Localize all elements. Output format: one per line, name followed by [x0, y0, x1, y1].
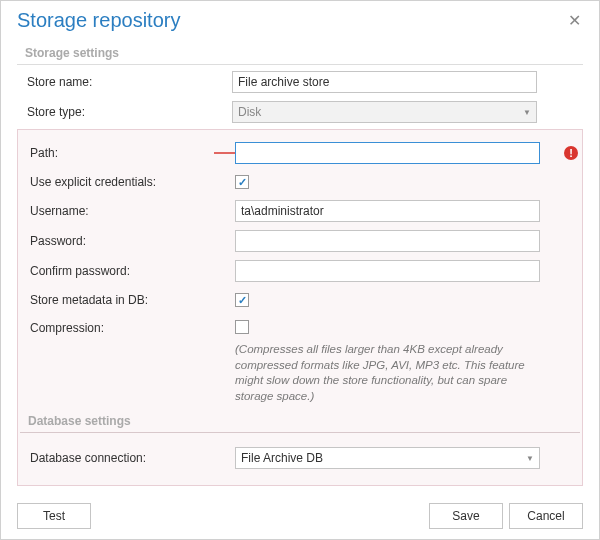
label-store-type: Store type:	[27, 105, 232, 119]
error-icon: !	[564, 146, 578, 160]
database-connection-select[interactable]: File Archive DB ▼	[235, 447, 540, 469]
dialog-title: Storage repository	[17, 9, 180, 32]
store-name-input[interactable]	[232, 71, 537, 93]
use-explicit-credentials-checkbox[interactable]	[235, 175, 249, 189]
label-store-name: Store name:	[27, 75, 232, 89]
row-database-connection: Database connection: File Archive DB ▼	[20, 443, 580, 473]
store-type-value: Disk	[238, 105, 261, 119]
label-use-explicit-credentials: Use explicit credentials:	[30, 175, 235, 189]
row-confirm-password: Confirm password:	[20, 256, 580, 286]
chevron-down-icon: ▼	[526, 454, 534, 463]
title-bar: Storage repository ✕	[1, 1, 599, 36]
row-store-metadata: Store metadata in DB:	[20, 286, 580, 314]
section-database-settings: Database settings	[20, 408, 580, 433]
dialog-content: Storage settings Store name: Store type:…	[1, 36, 599, 486]
path-input[interactable]	[235, 142, 540, 164]
password-input[interactable]	[235, 230, 540, 252]
row-path: Path: !	[20, 138, 580, 168]
label-username: Username:	[30, 204, 235, 218]
row-store-type: Store type: Disk ▼	[17, 97, 583, 127]
label-compression: Compression:	[30, 321, 235, 335]
confirm-password-input[interactable]	[235, 260, 540, 282]
save-button[interactable]: Save	[429, 503, 503, 529]
section-storage-settings: Storage settings	[17, 40, 583, 65]
row-username: Username:	[20, 196, 580, 226]
compression-checkbox[interactable]	[235, 320, 249, 334]
store-metadata-checkbox[interactable]	[235, 293, 249, 307]
close-icon[interactable]: ✕	[562, 9, 587, 32]
row-store-name: Store name:	[17, 67, 583, 97]
row-use-explicit-credentials: Use explicit credentials:	[20, 168, 580, 196]
compression-hint: (Compresses all files larger than 4KB ex…	[235, 342, 540, 404]
username-input[interactable]	[235, 200, 540, 222]
chevron-down-icon: ▼	[523, 108, 531, 117]
row-compression: Compression:	[20, 314, 580, 342]
cancel-button[interactable]: Cancel	[509, 503, 583, 529]
database-connection-value: File Archive DB	[241, 451, 323, 465]
row-password: Password:	[20, 226, 580, 256]
label-store-metadata: Store metadata in DB:	[30, 293, 235, 307]
row-compression-hint: . (Compresses all files larger than 4KB …	[20, 342, 580, 408]
label-confirm-password: Confirm password:	[30, 264, 235, 278]
test-button[interactable]: Test	[17, 503, 91, 529]
validation-panel: Path: ! Use explicit credentials: Userna…	[17, 129, 583, 486]
label-database-connection: Database connection:	[30, 451, 235, 465]
dialog-footer: Test Save Cancel	[17, 503, 583, 529]
store-type-select: Disk ▼	[232, 101, 537, 123]
label-password: Password:	[30, 234, 235, 248]
label-path: Path:	[30, 146, 235, 160]
